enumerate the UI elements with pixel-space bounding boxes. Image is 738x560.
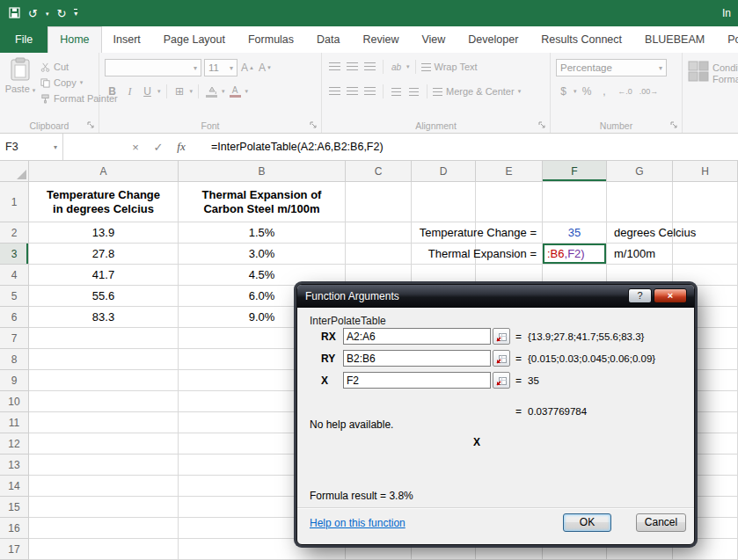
tab-file[interactable]: File	[0, 26, 47, 53]
cell-A7[interactable]	[29, 328, 179, 349]
accounting-format-dropdown-icon[interactable]: ▾	[574, 88, 577, 95]
tab-insert[interactable]: Insert	[102, 26, 152, 53]
fill-color-button[interactable]	[204, 84, 219, 99]
cell-F3[interactable]: :B6,F2)	[543, 244, 607, 265]
tab-review[interactable]: Review	[351, 26, 410, 53]
tab-view[interactable]: View	[410, 26, 457, 53]
cell-G3[interactable]: m/100m	[607, 244, 673, 265]
wrap-text-button[interactable]: Wrap Text	[421, 59, 478, 75]
cell-B1[interactable]: Thermal Expansion of Carbon Steel m/100m	[179, 182, 346, 222]
column-header-C[interactable]: C	[346, 161, 412, 182]
argument-input-ry[interactable]	[343, 350, 491, 367]
row-header-6[interactable]: 6	[0, 307, 29, 328]
row-header-7[interactable]: 7	[0, 328, 29, 349]
italic-button[interactable]: I	[122, 84, 137, 99]
decrease-font-size-button[interactable]: A▼	[258, 60, 273, 76]
paste-dropdown-icon[interactable]: ▾	[33, 87, 36, 93]
cell-A1[interactable]: Temperature Change in degrees Celcius	[29, 182, 179, 222]
tab-po[interactable]: Po	[716, 26, 738, 53]
name-box-dropdown-icon[interactable]: ▾	[54, 143, 57, 151]
range-selector-button[interactable]	[493, 350, 510, 367]
formula-cancel-button[interactable]: ×	[125, 134, 146, 160]
save-icon[interactable]	[9, 7, 20, 20]
cell-A11[interactable]	[29, 412, 179, 433]
undo-icon[interactable]: ↺	[28, 8, 38, 19]
borders-dropdown-icon[interactable]: ▾	[190, 88, 194, 95]
ok-button[interactable]: OK	[563, 513, 611, 532]
clipboard-dialog-launcher-icon[interactable]	[87, 121, 95, 129]
cell-A3[interactable]: 27.8	[29, 244, 179, 265]
cell-C2[interactable]	[346, 222, 412, 244]
cell-A9[interactable]	[29, 370, 179, 391]
underline-dropdown-icon[interactable]: ▾	[157, 88, 161, 95]
column-header-G[interactable]: G	[607, 161, 673, 182]
tab-results-connect[interactable]: Results Connect	[530, 26, 633, 53]
alignment-dialog-launcher-icon[interactable]	[538, 121, 546, 129]
cell-E2[interactable]: Temperature Change =	[476, 222, 543, 244]
column-header-H[interactable]: H	[673, 161, 738, 182]
cell-E3[interactable]: Thermal Expansion =	[476, 244, 543, 265]
dialog-close-button[interactable]: ×	[654, 288, 687, 303]
row-header-17[interactable]: 17	[0, 539, 29, 560]
align-left-button[interactable]	[327, 84, 342, 99]
column-header-B[interactable]: B	[179, 161, 346, 182]
number-format-combo[interactable]: Percentage ▾	[556, 59, 667, 76]
cell-B3[interactable]: 3.0%	[179, 244, 346, 265]
orientation-button[interactable]: ab	[389, 59, 404, 75]
cancel-button[interactable]: Cancel	[636, 513, 686, 532]
tab-page-layout[interactable]: Page Layout	[152, 26, 237, 53]
row-header-11[interactable]: 11	[0, 412, 29, 433]
cell-F1[interactable]	[543, 182, 607, 222]
qat-customize-icon[interactable]: ▾	[74, 9, 77, 18]
underline-button[interactable]: U	[140, 84, 155, 99]
row-header-9[interactable]: 9	[0, 370, 29, 391]
tab-home[interactable]: Home	[47, 26, 101, 53]
font-color-dropdown-icon[interactable]: ▾	[245, 88, 249, 95]
font-size-dropdown-icon[interactable]: ▾	[226, 64, 233, 72]
tab-bluebeam[interactable]: BLUEBEAM	[633, 26, 716, 53]
align-top-button[interactable]	[327, 59, 342, 75]
row-header-2[interactable]: 2	[0, 222, 29, 244]
cell-A6[interactable]: 83.3	[29, 307, 179, 328]
decrease-indent-button[interactable]	[389, 84, 404, 99]
comma-style-button[interactable]: ,	[597, 84, 612, 99]
cell-A10[interactable]	[29, 391, 179, 412]
cell-D1[interactable]	[412, 182, 476, 222]
increase-decimal-button[interactable]: ←.0	[615, 84, 636, 99]
cell-B4[interactable]: 4.5%	[179, 265, 346, 286]
font-dialog-launcher-icon[interactable]	[310, 121, 318, 129]
bold-button[interactable]: B	[105, 84, 120, 99]
fill-color-dropdown-icon[interactable]: ▾	[222, 88, 225, 95]
cell-H3[interactable]	[673, 244, 738, 265]
formula-input[interactable]: =InterPolateTable(A2:A6,B2:B6,F2)	[211, 134, 384, 160]
row-header-3[interactable]: 3	[0, 244, 29, 265]
tab-developer[interactable]: Developer	[457, 26, 530, 53]
range-selector-button[interactable]	[493, 328, 510, 345]
column-header-D[interactable]: D	[412, 161, 476, 182]
merge-center-dropdown-icon[interactable]: ▾	[518, 88, 522, 95]
align-center-button[interactable]	[345, 84, 360, 99]
column-header-E[interactable]: E	[476, 161, 543, 182]
argument-input-x[interactable]	[343, 372, 491, 389]
row-header-10[interactable]: 10	[0, 391, 29, 412]
font-name-dropdown-icon[interactable]: ▾	[190, 64, 197, 72]
increase-font-size-button[interactable]: A▲	[240, 60, 255, 76]
redo-icon[interactable]: ↻	[56, 8, 66, 19]
help-on-function-link[interactable]: Help on this function	[310, 517, 406, 529]
font-name-combo[interactable]: ▾	[105, 59, 201, 76]
increase-indent-button[interactable]	[406, 84, 421, 99]
align-right-button[interactable]	[362, 84, 377, 99]
cell-C1[interactable]	[346, 182, 412, 222]
accounting-format-button[interactable]: $	[556, 84, 571, 99]
number-dialog-launcher-icon[interactable]	[670, 121, 678, 129]
row-header-15[interactable]: 15	[0, 497, 29, 518]
cell-G4[interactable]	[607, 265, 673, 286]
cell-A14[interactable]	[29, 476, 179, 497]
paste-button[interactable]: Paste ▾	[4, 57, 36, 94]
cell-D4[interactable]	[412, 265, 476, 286]
cell-A5[interactable]: 55.6	[29, 286, 179, 307]
row-header-4[interactable]: 4	[0, 265, 29, 286]
insert-function-button[interactable]: fx	[171, 134, 192, 160]
conditional-formatting-button[interactable]: Conditional Formatting	[712, 62, 738, 85]
align-middle-button[interactable]	[345, 59, 360, 75]
